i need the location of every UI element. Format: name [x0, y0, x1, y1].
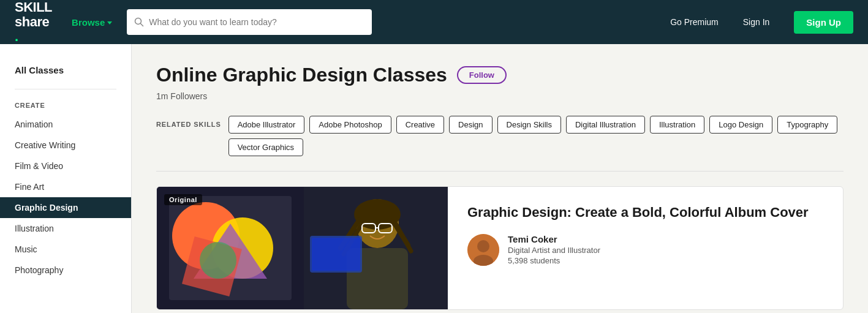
sidebar-divider	[15, 89, 116, 89]
sidebar-item-animation[interactable]: Animation	[0, 114, 131, 135]
skill-tag-adobe-photoshop[interactable]: Adobe Photoshop	[309, 116, 391, 134]
skill-tag-design-skills[interactable]: Design Skills	[497, 116, 561, 134]
thumbnail-image	[157, 187, 448, 309]
skills-tags: Adobe Illustrator Adobe Photoshop Creati…	[228, 116, 843, 156]
sidebar-item-graphic-design[interactable]: Graphic Design	[0, 197, 131, 218]
sidebar-item-music[interactable]: Music	[0, 239, 131, 260]
svg-point-23	[477, 240, 489, 252]
logo-line2: share.	[15, 15, 52, 44]
svg-rect-21	[312, 238, 360, 271]
chevron-down-icon	[107, 21, 112, 25]
sidebar-item-creative-writing[interactable]: Creative Writing	[0, 135, 131, 156]
instructor-details: Temi Coker Digital Artist and Illustrato…	[508, 234, 600, 265]
sidebar-item-photography[interactable]: Photography	[0, 260, 131, 281]
go-premium-button[interactable]: Go Premium	[670, 17, 719, 27]
students-count: 5,398 students	[508, 256, 600, 265]
skill-tag-design[interactable]: Design	[449, 116, 492, 134]
course-thumbnail[interactable]: Original	[157, 187, 448, 309]
section-divider	[156, 171, 843, 172]
followers-text: 1m Followers	[156, 91, 843, 101]
search-input[interactable]	[149, 17, 364, 27]
related-skills-row: RELATED SKILLS Adobe Illustrator Adobe P…	[156, 116, 843, 156]
page-title: Online Graphic Design Classes	[156, 64, 447, 86]
related-skills-label: RELATED SKILLS	[156, 116, 221, 128]
logo: SKILL share.	[15, 0, 52, 44]
search-bar	[127, 9, 372, 35]
skill-tag-logo-design[interactable]: Logo Design	[709, 116, 772, 134]
instructor-title: Digital Artist and Illustrator	[508, 246, 600, 255]
main-content: Online Graphic Design Classes Follow 1m …	[132, 44, 868, 313]
skill-tag-illustration[interactable]: Illustration	[650, 116, 704, 134]
sidebar-item-illustration[interactable]: Illustration	[0, 218, 131, 239]
logo-line1: SKILL	[15, 0, 52, 15]
sidebar: All Classes CREATE Animation Creative Wr…	[0, 44, 132, 313]
skill-tag-creative[interactable]: Creative	[396, 116, 444, 134]
skill-tag-typography[interactable]: Typography	[777, 116, 837, 134]
sidebar-item-fine-art[interactable]: Fine Art	[0, 176, 131, 197]
skill-tag-adobe-illustrator[interactable]: Adobe Illustrator	[228, 116, 305, 134]
sign-up-button[interactable]: Sign Up	[794, 11, 853, 34]
page-layout: All Classes CREATE Animation Creative Wr…	[0, 44, 868, 313]
avatar-image	[467, 234, 499, 266]
browse-label: Browse	[72, 17, 105, 28]
original-badge: Original	[164, 194, 202, 205]
skill-tag-digital-illustration[interactable]: Digital Illustration	[566, 116, 645, 134]
instructor-name: Temi Coker	[508, 234, 600, 244]
svg-point-8	[200, 242, 236, 279]
skill-tag-vector-graphics[interactable]: Vector Graphics	[228, 138, 304, 156]
follow-button[interactable]: Follow	[457, 66, 507, 84]
course-title: Graphic Design: Create a Bold, Colorful …	[467, 204, 823, 222]
sidebar-all-classes[interactable]: All Classes	[0, 59, 131, 81]
instructor-avatar	[467, 234, 499, 266]
sign-in-button[interactable]: Sign In	[743, 17, 770, 27]
course-card: Original Graphic Design: Create a Bold, …	[156, 186, 843, 310]
svg-line-1	[141, 24, 143, 26]
course-info: Graphic Design: Create a Bold, Colorful …	[448, 187, 843, 309]
header: SKILL share. Browse Go Premium Sign In S…	[0, 0, 868, 44]
browse-button[interactable]: Browse	[72, 17, 112, 28]
sidebar-item-film-video[interactable]: Film & Video	[0, 156, 131, 176]
search-icon	[134, 17, 144, 27]
page-title-row: Online Graphic Design Classes Follow	[156, 64, 843, 86]
instructor-row: Temi Coker Digital Artist and Illustrato…	[467, 234, 823, 266]
sidebar-section-label: CREATE	[0, 97, 131, 114]
